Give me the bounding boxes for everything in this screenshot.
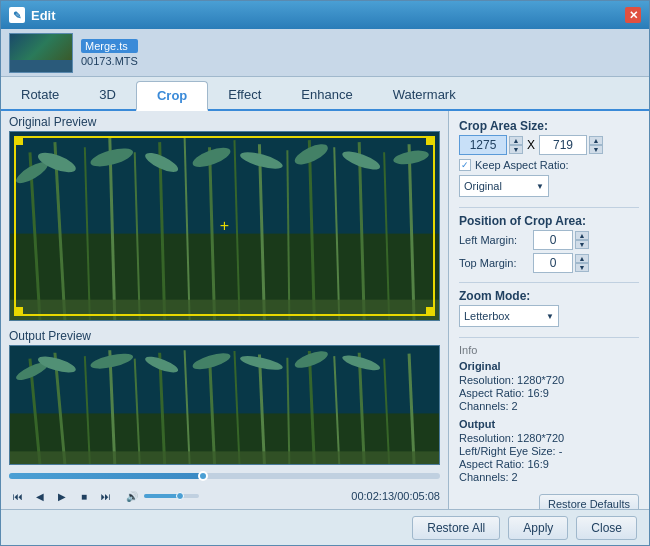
play-button[interactable]: ▶ <box>53 487 71 505</box>
svg-rect-56 <box>10 451 439 464</box>
volume-bar[interactable] <box>144 494 199 498</box>
position-title: Position of Crop Area: <box>459 214 639 228</box>
zoom-select-row: Letterbox ▼ <box>459 305 639 327</box>
restore-all-button[interactable]: Restore All <box>412 516 500 540</box>
apply-button[interactable]: Apply <box>508 516 568 540</box>
keep-aspect-label: Keep Aspect Ratio: <box>475 159 569 171</box>
crop-height-down[interactable]: ▼ <box>589 145 603 154</box>
tabs-bar: Rotate 3D Crop Effect Enhance Watermark <box>1 77 649 111</box>
zoom-title: Zoom Mode: <box>459 289 639 303</box>
seekbar-area <box>1 469 448 485</box>
top-margin-input[interactable] <box>533 253 573 273</box>
original-preview: + <box>9 131 440 321</box>
left-margin-label: Left Margin: <box>459 234 529 246</box>
volume-icon[interactable]: 🔊 <box>123 487 141 505</box>
tab-rotate[interactable]: Rotate <box>1 81 79 109</box>
main-content: Original Preview <box>1 111 649 509</box>
tab-enhance[interactable]: Enhance <box>281 81 372 109</box>
aspect-select-arrow: ▼ <box>536 182 544 191</box>
crop-width-up[interactable]: ▲ <box>509 136 523 145</box>
seekbar-thumb[interactable] <box>198 471 208 481</box>
zoom-section: Zoom Mode: Letterbox ▼ <box>459 282 639 331</box>
skip-to-start-button[interactable]: ⏮ <box>9 487 27 505</box>
crop-size-section: Crop Area Size: ▲ ▼ X ▲ ▼ ✓ K <box>459 119 639 201</box>
original-aspect: Aspect Ratio: 16:9 <box>459 387 639 399</box>
position-section: Position of Crop Area: Left Margin: ▲ ▼ … <box>459 207 639 276</box>
crop-size-title: Crop Area Size: <box>459 119 639 133</box>
left-margin-input[interactable] <box>533 230 573 250</box>
seekbar-fill <box>9 473 203 479</box>
left-margin-spin: ▲ ▼ <box>575 231 589 249</box>
seekbar[interactable] <box>9 473 440 479</box>
bottom-bar: Restore All Apply Close <box>1 509 649 545</box>
preview-panel: Original Preview <box>1 111 449 509</box>
step-back-button[interactable]: ◀ <box>31 487 49 505</box>
file-bar: Merge.ts 00173.MTS <box>1 29 649 77</box>
x-separator: X <box>527 138 535 152</box>
restore-defaults-button[interactable]: Restore Defaults <box>539 494 639 509</box>
zoom-select-arrow: ▼ <box>546 312 554 321</box>
info-section: Info Original Resolution: 1280*720 Aspec… <box>459 337 639 484</box>
top-margin-label: Top Margin: <box>459 257 529 269</box>
crop-height-up[interactable]: ▲ <box>589 136 603 145</box>
crop-width-spin: ▲ ▼ <box>509 136 523 154</box>
tab-crop[interactable]: Crop <box>136 81 208 111</box>
svg-rect-29 <box>10 300 439 320</box>
original-channels: Channels: 2 <box>459 400 639 412</box>
edit-window: ✎ Edit ✕ Merge.ts 00173.MTS Rotate 3D Cr… <box>0 0 650 546</box>
close-window-button[interactable]: ✕ <box>625 7 641 23</box>
crop-size-row: ▲ ▼ X ▲ ▼ <box>459 135 639 155</box>
time-display: 00:02:13/00:05:08 <box>351 490 440 502</box>
right-panel: Crop Area Size: ▲ ▼ X ▲ ▼ ✓ K <box>449 111 649 509</box>
output-resolution: Resolution: 1280*720 <box>459 432 639 444</box>
window-icon: ✎ <box>9 7 25 23</box>
output-info-title: Output <box>459 418 639 430</box>
close-button[interactable]: Close <box>576 516 637 540</box>
original-preview-label: Original Preview <box>1 111 448 131</box>
output-channels: Channels: 2 <box>459 471 639 483</box>
tab-3d[interactable]: 3D <box>79 81 136 109</box>
original-resolution: Resolution: 1280*720 <box>459 374 639 386</box>
file-thumbnail[interactable] <box>9 33 73 73</box>
info-header: Info <box>459 344 639 356</box>
tab-effect[interactable]: Effect <box>208 81 281 109</box>
title-bar: ✎ Edit ✕ <box>1 1 649 29</box>
original-info-title: Original <box>459 360 639 372</box>
top-margin-row: Top Margin: ▲ ▼ <box>459 253 639 273</box>
volume-thumb[interactable] <box>176 492 184 500</box>
left-margin-down[interactable]: ▼ <box>575 240 589 249</box>
keep-aspect-checkbox[interactable]: ✓ <box>459 159 471 171</box>
crop-width-input[interactable] <box>459 135 507 155</box>
output-aspect: Aspect Ratio: 16:9 <box>459 458 639 470</box>
top-margin-down[interactable]: ▼ <box>575 263 589 272</box>
skip-to-end-button[interactable]: ⏭ <box>97 487 115 505</box>
aspect-select-row: Original ▼ <box>459 175 639 197</box>
volume-fill <box>144 494 180 498</box>
volume-area: 🔊 <box>123 487 199 505</box>
crop-height-input[interactable] <box>539 135 587 155</box>
window-title: Edit <box>31 8 56 23</box>
crop-height-spin: ▲ ▼ <box>589 136 603 154</box>
output-eye-size: Left/Right Eye Size: - <box>459 445 639 457</box>
stop-button[interactable]: ■ <box>75 487 93 505</box>
left-margin-up[interactable]: ▲ <box>575 231 589 240</box>
output-preview <box>9 345 440 465</box>
zoom-selected-value: Letterbox <box>464 310 510 322</box>
top-margin-spin: ▲ ▼ <box>575 254 589 272</box>
tab-watermark[interactable]: Watermark <box>373 81 476 109</box>
crop-width-down[interactable]: ▼ <box>509 145 523 154</box>
file-name-secondary[interactable]: 00173.MTS <box>81 55 138 67</box>
aspect-select[interactable]: Original ▼ <box>459 175 549 197</box>
file-name-active[interactable]: Merge.ts <box>81 39 138 53</box>
left-margin-row: Left Margin: ▲ ▼ <box>459 230 639 250</box>
output-preview-area: Output Preview <box>1 325 448 509</box>
controls-row: ⏮ ◀ ▶ ■ ⏭ 🔊 00:02:13/00:05:08 <box>1 485 448 509</box>
output-preview-label: Output Preview <box>1 325 448 345</box>
top-margin-up[interactable]: ▲ <box>575 254 589 263</box>
aspect-selected-value: Original <box>464 180 502 192</box>
keep-aspect-row: ✓ Keep Aspect Ratio: <box>459 159 639 171</box>
zoom-select[interactable]: Letterbox ▼ <box>459 305 559 327</box>
